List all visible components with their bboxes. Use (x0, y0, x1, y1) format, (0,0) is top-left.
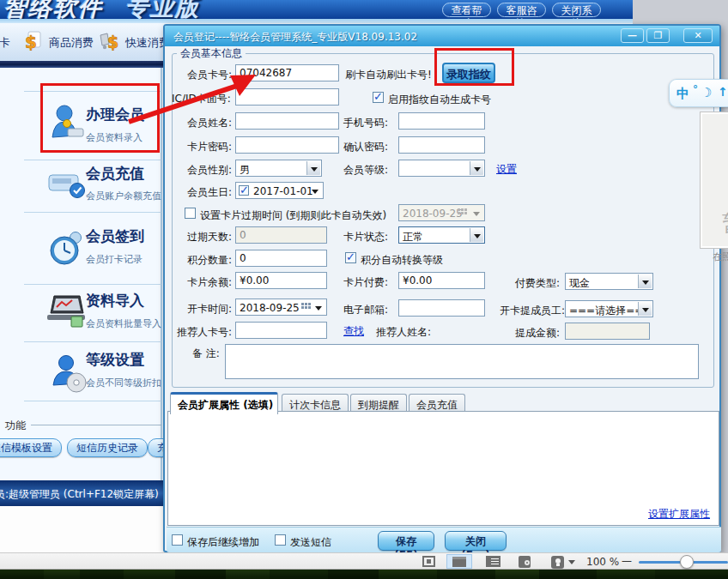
toolbar-item-swipe-card[interactable]: 刷卡 (0, 35, 10, 51)
search-referrer-link[interactable]: 查找 (343, 324, 364, 339)
close-icon[interactable]: ✕ (683, 28, 713, 43)
reading-view-icon[interactable] (446, 554, 472, 569)
balance-input[interactable] (235, 272, 327, 289)
open-time-picker[interactable]: 2018-09-25 (235, 299, 327, 316)
data-import-icon (47, 294, 87, 330)
sidebar-item-member-checkin[interactable]: 会员签到 会员打卡记录 (86, 226, 144, 266)
tab-ext-attrs[interactable]: 会员扩展属性 (选填) (170, 392, 278, 414)
send-sms-checkbox[interactable] (275, 534, 286, 546)
commission-input (565, 323, 650, 340)
expire-time-checkbox[interactable] (185, 208, 196, 219)
maximize-icon[interactable]: ❐ (646, 28, 670, 43)
points-label: 积分数量: (187, 253, 232, 268)
member-checkin-icon (47, 230, 87, 266)
minimize-icon[interactable]: — (621, 28, 644, 43)
ime-lang-icon[interactable]: 中 (676, 86, 689, 102)
card-state-select[interactable]: 正常 (398, 226, 485, 244)
sidebar-item-subtitle: 会员账户余额充值 (86, 190, 161, 202)
card-state-label: 卡片状态: (343, 230, 388, 244)
toolbar-item-goods-consume[interactable]: 商品消费 (49, 35, 94, 51)
auto-generate-checkbox[interactable] (373, 92, 384, 103)
email-label: 电子邮箱: (343, 303, 388, 317)
chevron-down-icon[interactable] (568, 560, 575, 568)
app-title-band: 智络软件专业版 查看帮助 客服咨询 关闭系统 (0, 0, 633, 19)
sidebar-item-member-recharge[interactable]: 会员充值 会员账户余额充值 (86, 164, 161, 202)
divider (24, 401, 161, 401)
chevron-down-icon[interactable] (638, 302, 652, 316)
member-photo-placeholder[interactable]: 暂无相片 (700, 112, 728, 249)
dialog-title: 会员登记----智络会员管理系统_专业版V18.09.13.02 (173, 30, 417, 45)
confirm-pwd-input[interactable] (398, 136, 485, 154)
expire-date-value: 2018-09-25 (403, 208, 463, 220)
level-setting-link[interactable]: 设置 (496, 162, 517, 177)
no-photo-text: 暂无相片 (701, 208, 728, 238)
desktop-wallpaper-grass (0, 570, 728, 579)
level-select[interactable] (398, 160, 485, 177)
card-pay-label: 卡片付费: (343, 275, 388, 290)
birthday-checkbox[interactable] (239, 185, 249, 196)
phone-input[interactable] (398, 112, 485, 130)
card-pay-input[interactable] (398, 272, 485, 289)
calendar-icon (458, 208, 469, 219)
help-button[interactable]: 查看帮助 (442, 3, 491, 17)
app-logo-right: 专业版 (125, 0, 200, 19)
customer-service-button[interactable]: 客服咨询 (497, 3, 546, 17)
pay-type-value: 现金 (569, 276, 590, 291)
chevron-down-icon[interactable] (470, 228, 483, 242)
phone-label: 手机号码: (343, 116, 388, 130)
points-auto-label: 积分自动转换等级 (361, 253, 443, 268)
svg-text:$: $ (25, 32, 37, 52)
points-auto-checkbox[interactable] (345, 252, 356, 263)
ime-up-icon[interactable]: ↑ (718, 85, 728, 99)
page-tools-icon[interactable] (519, 556, 531, 568)
sidebar-item-level-setting[interactable]: 等级设置 会员不同等级折扣 (86, 350, 161, 389)
outline-view-icon[interactable] (486, 556, 500, 567)
swipe-hint-text: 刷卡自动刷出卡号! (345, 68, 432, 82)
card-pwd-input[interactable] (235, 136, 339, 154)
zoom-level-text: 100 % (586, 556, 619, 568)
chevron-down-icon[interactable] (638, 274, 652, 288)
sms-template-button[interactable]: 短信模板设置 (0, 438, 62, 457)
ime-deg-icon[interactable]: ° (693, 83, 698, 95)
pay-type-label: 付费类型: (515, 276, 560, 291)
open-staff-select[interactable]: ===请选择=== (565, 300, 653, 317)
chevron-down-icon[interactable] (306, 161, 320, 175)
divider (24, 341, 161, 342)
sms-group-label: 功能 (5, 419, 26, 433)
birthday-picker[interactable]: 2017-01-01 (235, 182, 324, 199)
dialog-titlebar[interactable]: 会员登记----智络会员管理系统_专业版V18.09.13.02 — ❐ ✕ (165, 26, 719, 46)
chevron-down-icon[interactable] (470, 161, 483, 175)
highlight-lamp-icon[interactable] (551, 556, 564, 569)
pay-type-select[interactable]: 现金 (565, 273, 653, 290)
referrer-no-input[interactable] (235, 322, 327, 339)
expire-days-label: 过期天数: (187, 230, 232, 244)
open-staff-label: 开卡提成员工: (500, 304, 565, 318)
open-time-label: 开卡时间: (187, 302, 232, 317)
close-system-button[interactable]: 关闭系统 (552, 3, 601, 17)
sidebar-item-data-import[interactable]: 资料导入 会员资料批量导入 (86, 291, 161, 330)
send-sms-label: 发送短信 (290, 535, 331, 550)
ime-bar[interactable]: 中 ° ☽ ↑ (669, 79, 728, 107)
gender-select[interactable]: 男 (235, 160, 322, 177)
operator-status-text: 员:超级管理员 (Ctrl+F12锁定屏幕) (0, 487, 159, 502)
balance-label: 卡片余额: (187, 275, 232, 290)
save-button[interactable]: 保存(F5) (378, 531, 434, 551)
fit-page-icon[interactable] (422, 556, 435, 567)
zoom-out-icon[interactable]: — (622, 555, 632, 567)
remark-label: 备 注: (192, 347, 220, 361)
close-button[interactable]: 关闭(Esc) (445, 531, 507, 551)
app-logo: 智络软件专业版 (3, 0, 200, 19)
remark-textarea[interactable] (225, 344, 699, 379)
continue-add-checkbox[interactable] (172, 534, 183, 546)
expire-days-input (235, 226, 327, 244)
ime-moon-icon[interactable]: ☽ (701, 85, 712, 100)
dialog-footer: 保存后继续增加 发送短信 保存(F5) 关闭(Esc) (167, 527, 721, 552)
sms-history-button[interactable]: 短信历史记录 (67, 438, 148, 457)
points-input[interactable] (235, 250, 327, 267)
zoom-slider-thumb[interactable] (680, 555, 694, 569)
sidebar-item-subtitle: 会员打卡记录 (86, 253, 144, 266)
sidebar-item-title: 等级设置 (86, 350, 161, 370)
set-ext-attrs-link[interactable]: 设置扩展属性 (648, 507, 710, 522)
referrer-name-label: 推荐人姓名: (376, 325, 431, 340)
email-input[interactable] (398, 299, 485, 317)
